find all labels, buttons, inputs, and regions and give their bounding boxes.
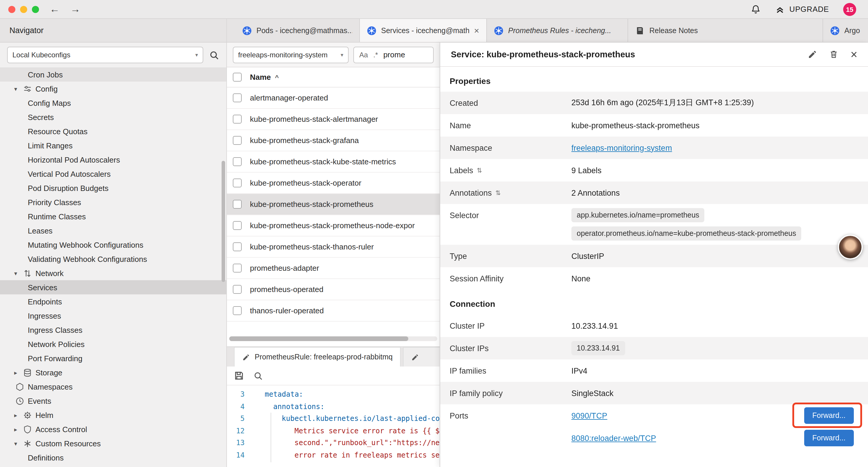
back-arrow-icon[interactable]: ← [50,4,60,14]
column-header-name[interactable]: Name ^ [250,73,279,82]
scrollbar-thumb[interactable] [229,337,408,341]
close-tab-icon[interactable]: × [474,26,479,35]
minimize-window-button[interactable] [20,6,27,13]
notification-count-badge[interactable]: 15 [843,3,856,16]
sidebar-item-validating-webhook-configurations[interactable]: Validating Webhook Configurations [0,252,226,266]
table-row-prometheus-adapter[interactable]: prometheus-adapter [227,258,440,279]
sidebar-item-access-control[interactable]: ▸Access Control [0,422,226,436]
close-details-icon[interactable]: × [850,49,857,60]
table-row-alertmanager-operated[interactable]: alertmanager-operated [227,87,440,109]
sidebar-item-definitions[interactable]: Definitions [0,450,226,465]
row-checkbox[interactable] [233,136,242,145]
chevron-down-icon[interactable]: ▾ [12,270,20,276]
row-checkbox[interactable] [233,93,242,102]
sidebar-item-port-forwarding[interactable]: Port Forwarding [0,351,226,365]
sidebar-item-ingress-classes[interactable]: Ingress Classes [0,323,226,337]
row-checkbox[interactable] [233,285,242,294]
table-row-kube-prometheus-stack-alertmanager[interactable]: kube-prometheus-stack-alertmanager [227,109,440,130]
table-row-kube-prometheus-stack-kube-state-metrics[interactable]: kube-prometheus-stack-kube-state-metrics [227,151,440,173]
table-row-kube-prometheus-stack-operator[interactable]: kube-prometheus-stack-operator [227,173,440,194]
sidebar-item-priority-classes[interactable]: Priority Classes [0,195,226,209]
regex-toggle[interactable]: .* [373,51,378,59]
edit-pencil-icon [242,353,250,361]
sidebar-item-custom-resources[interactable]: ▾Custom Resources [0,436,226,450]
row-checkbox[interactable] [233,264,242,272]
row-checkbox[interactable] [233,242,242,251]
tab-release-notes[interactable]: Release Notes [628,19,823,42]
sort-asc-icon: ^ [275,74,279,81]
sidebar-item-mutating-webhook-configurations[interactable]: Mutating Webhook Configurations [0,238,226,252]
search-input[interactable]: Aa .* prome [353,47,434,63]
sidebar-item-leases[interactable]: Leases [0,224,226,238]
chevron-down-icon[interactable]: ▾ [12,85,20,92]
save-icon[interactable] [234,371,244,381]
dock-tab-prometheusrule[interactable]: PrometheusRule: freeleaps-prod-rabbitmq [234,347,401,367]
row-checkbox[interactable] [233,200,242,209]
sidebar-item-vertical-pod-autoscalers[interactable]: Vertical Pod Autoscalers [0,167,226,181]
edit-resource-icon[interactable] [808,50,817,59]
notifications-bell-icon[interactable] [750,4,761,14]
sidebar-item-pod-disruption-budgets[interactable]: Pod Disruption Budgets [0,181,226,195]
match-case-toggle[interactable]: Aa [359,51,368,59]
row-checkbox[interactable] [233,306,242,315]
namespace-link[interactable]: freeleaps-monitoring-system [571,143,672,152]
sidebar-item-namespaces[interactable]: Namespaces [0,380,226,394]
row-checkbox[interactable] [233,115,242,123]
sidebar-item-config[interactable]: ▾Config [0,82,226,96]
table-row-kube-prometheus-stack-thanos-ruler[interactable]: kube-prometheus-stack-thanos-ruler [227,236,440,258]
yaml-editor[interactable]: 3metadata:4annotations:5kubectl.kubernet… [227,385,440,467]
sidebar-item-cron-jobs[interactable]: Cron Jobs [0,67,226,82]
table-row-kube-prometheus-stack-grafana[interactable]: kube-prometheus-stack-grafana [227,130,440,151]
close-window-button[interactable] [8,6,16,13]
kubeconfig-selector[interactable]: Local Kubeconfigs ▾ [7,47,203,63]
delete-resource-icon[interactable] [829,50,839,59]
namespace-selector[interactable]: freeleaps-monitoring-system ▾ [233,47,349,63]
tab-services-icecheng-math[interactable]: Services - icecheng@math...× [360,19,487,42]
sidebar-item-secrets[interactable]: Secrets [0,110,226,124]
sidebar-item-helm[interactable]: ▸Helm [0,408,226,422]
chevron-right-icon[interactable]: ▸ [12,426,20,432]
table-row-prometheus-operated[interactable]: prometheus-operated [227,279,440,300]
sort-toggle-icon[interactable]: ⇅ [495,189,501,197]
row-checkbox[interactable] [233,221,242,230]
port-link[interactable]: 9090/TCP [571,411,608,420]
port-forward-button[interactable]: Forward... [804,407,854,424]
port-forward-button[interactable]: Forward... [804,430,854,446]
tab-prometheus-rules-icecheng[interactable]: Prometheus Rules - icecheng... [487,19,628,42]
row-checkbox[interactable] [233,157,242,166]
sidebar-item-endpoints[interactable]: Endpoints [0,294,226,309]
chevron-right-icon[interactable]: ▸ [12,412,20,418]
sidebar-item-network[interactable]: ▾Network [0,266,226,280]
sidebar-item-services[interactable]: Services [0,280,226,294]
chevron-down-icon[interactable]: ▾ [12,440,20,447]
maximize-window-button[interactable] [32,6,39,13]
sidebar-item-ingresses[interactable]: Ingresses [0,309,226,323]
table-row-kube-prometheus-stack-prometheus-node-expor[interactable]: kube-prometheus-stack-prometheus-node-ex… [227,215,440,236]
dock-tab-partial[interactable] [403,347,440,367]
sidebar-item-runtime-classes[interactable]: Runtime Classes [0,209,226,224]
table-row-kube-prometheus-stack-prometheus[interactable]: kube-prometheus-stack-prometheus [227,194,440,215]
sidebar-search-icon[interactable] [209,50,219,60]
sidebar-item-limit-ranges[interactable]: Limit Ranges [0,138,226,152]
horizontal-scrollbar[interactable] [229,337,437,341]
sidebar-item-storage[interactable]: ▸Storage [0,365,226,380]
forward-arrow-icon[interactable]: → [70,4,80,14]
sidebar-item-horizontal-pod-autoscalers[interactable]: Horizontal Pod Autoscalers [0,152,226,167]
tab-argo-s[interactable]: Argo S [823,19,868,42]
editor-search-icon[interactable] [253,371,263,380]
sidebar-item-network-policies[interactable]: Network Policies [0,337,226,351]
select-all-checkbox[interactable] [233,73,242,82]
port-link[interactable]: 8080:reloader-web/TCP [571,434,656,442]
tab-pods-icecheng-mathmas[interactable]: Pods - icecheng@mathmas... [235,19,360,42]
sidebar-item-config-maps[interactable]: Config Maps [0,96,226,110]
property-label: Annotations⇅ [450,188,571,197]
sidebar-scrollbar[interactable] [222,161,225,282]
sidebar-item-resource-quotas[interactable]: Resource Quotas [0,124,226,138]
chevron-right-icon[interactable]: ▸ [12,369,20,376]
sort-toggle-icon[interactable]: ⇅ [477,167,482,174]
table-row-thanos-ruler-operated[interactable]: thanos-ruler-operated [227,300,440,322]
avatar[interactable] [838,235,863,260]
upgrade-button[interactable]: UPGRADE [775,4,829,14]
sidebar-item-events[interactable]: Events [0,394,226,408]
row-checkbox[interactable] [233,178,242,187]
